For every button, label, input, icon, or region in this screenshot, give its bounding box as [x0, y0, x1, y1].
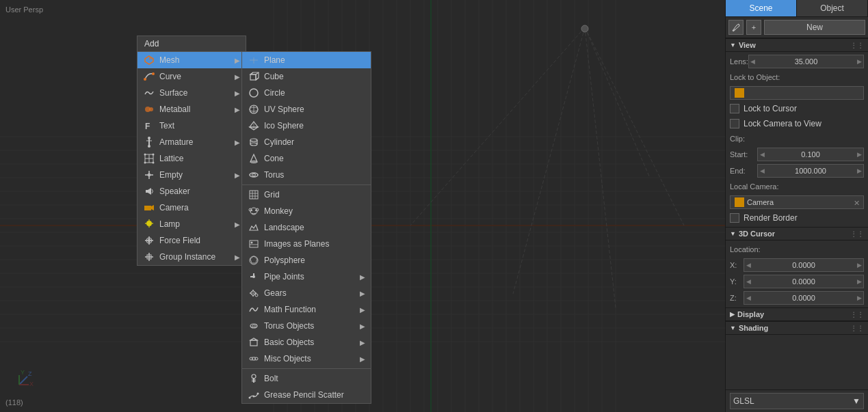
end-label: End: — [730, 167, 757, 175]
svg-point-132 — [252, 275, 255, 278]
submenu-item-landscape[interactable]: Landscape — [242, 219, 371, 236]
view-section-header[interactable]: ▼ View ⋮⋮ — [726, 38, 868, 52]
camera-field-value: Camera — [747, 198, 859, 206]
y-left-arrow[interactable]: ◀ — [744, 275, 752, 288]
start-left-arrow[interactable]: ◀ — [758, 148, 766, 161]
shading-section-header[interactable]: ▼ Shading ⋮⋮ — [726, 321, 868, 335]
submenu-item-monkey[interactable]: Monkey — [242, 203, 371, 219]
end-field[interactable]: ◀ 1000.000 ▶ — [757, 164, 864, 178]
plane-icon — [248, 54, 260, 66]
display-section-header[interactable]: ▶ Display ⋮⋮ — [726, 307, 868, 321]
x-right-arrow[interactable]: ▶ — [855, 259, 863, 271]
lock-camera-checkbox[interactable] — [730, 119, 739, 128]
end-right-arrow[interactable]: ▶ — [855, 165, 863, 177]
cursor-section-header[interactable]: ▼ 3D Cursor ⋮⋮ — [726, 227, 868, 241]
menu-item-camera[interactable]: Camera — [137, 200, 246, 216]
menu-item-forcefield-label: Force Field — [159, 236, 200, 245]
lens-field[interactable]: ◀ 35.000 ▶ — [748, 55, 864, 68]
submenu-item-images[interactable]: Images as Planes — [242, 236, 371, 252]
menu-item-metaball[interactable]: Metaball ▶ — [137, 101, 246, 118]
menu-item-lamp[interactable]: Lamp ▶ — [137, 216, 246, 232]
sep1 — [242, 184, 371, 185]
start-field[interactable]: ◀ 0.100 ▶ — [757, 148, 864, 161]
metaball-icon — [143, 103, 155, 115]
lock-cursor-checkbox[interactable] — [730, 104, 739, 113]
lock-object-field[interactable] — [730, 86, 864, 100]
display-title: Display — [737, 310, 764, 318]
lock-cursor-row[interactable]: Lock to Cursor — [726, 101, 868, 116]
svg-point-73 — [144, 162, 146, 164]
submenu-item-mathfunc[interactable]: Math Function ▶ — [242, 301, 371, 318]
menu-item-armature[interactable]: Armature ▶ — [137, 134, 246, 150]
tab-scene[interactable]: Scene — [726, 0, 797, 16]
y-right-arrow[interactable]: ▶ — [855, 275, 863, 288]
brush-button[interactable] — [728, 20, 744, 35]
z-right-arrow[interactable]: ▶ — [855, 292, 863, 304]
menu-item-speaker[interactable]: Speaker — [137, 183, 246, 200]
submenu-item-cube[interactable]: Cube — [242, 68, 371, 85]
submenu-item-pipejoints[interactable]: Pipe Joints ▶ — [242, 269, 371, 285]
submenu-item-bolt[interactable]: Bolt — [242, 370, 371, 387]
tab-object[interactable]: Object — [797, 0, 868, 16]
menu-item-surface[interactable]: Surface ▶ — [137, 85, 246, 101]
menu-item-lattice[interactable]: Lattice — [137, 150, 246, 167]
submenu-cube-label: Cube — [264, 72, 284, 81]
menu-item-mesh[interactable]: Mesh ▶ — [137, 52, 246, 68]
submenu-item-torusobjects[interactable]: Torus Objects ▶ — [242, 318, 371, 334]
x-left-arrow[interactable]: ◀ — [744, 259, 752, 271]
submenu-item-greasepencil[interactable]: Grease Pencil Scatter — [242, 387, 371, 403]
display-section: ▶ Display ⋮⋮ — [726, 307, 868, 321]
z-field[interactable]: ◀ 0.0000 ▶ — [744, 291, 864, 305]
y-field[interactable]: ◀ 0.0000 ▶ — [744, 275, 864, 288]
x-field[interactable]: ◀ 0.0000 ▶ — [744, 258, 864, 272]
start-right-arrow[interactable]: ▶ — [855, 148, 863, 161]
shading-dots: ⋮⋮ — [850, 325, 864, 332]
submenu-plane-label: Plane — [264, 55, 285, 65]
z-left-arrow[interactable]: ◀ — [744, 292, 752, 304]
submenu-mathfunc-label: Math Function — [264, 305, 316, 314]
lens-left-arrow[interactable]: ◀ — [749, 55, 757, 68]
svg-point-116 — [252, 174, 256, 176]
new-button[interactable]: New — [764, 20, 865, 35]
submenu-item-polysphere[interactable]: Polysphere — [242, 252, 371, 269]
submenu-item-circle[interactable]: Circle — [242, 85, 371, 101]
lock-camera-row[interactable]: Lock Camera to View — [726, 116, 868, 131]
submenu-item-grid[interactable]: Grid — [242, 187, 371, 203]
submenu-item-cylinder[interactable]: Cylinder — [242, 134, 371, 150]
menu-item-forcefield[interactable]: Force Field — [137, 232, 246, 249]
lens-right-arrow[interactable]: ▶ — [855, 55, 863, 68]
submenu-item-cone[interactable]: Cone — [242, 150, 371, 167]
gears-icon — [248, 287, 260, 299]
submenu-item-basicobjects[interactable]: Basic Objects ▶ — [242, 334, 371, 351]
render-border-checkbox[interactable] — [730, 213, 739, 223]
menu-item-group[interactable]: Group Instance ▶ — [137, 249, 246, 265]
misc-arrow: ▶ — [360, 355, 365, 363]
submenu-item-gears[interactable]: Gears ▶ — [242, 285, 371, 301]
submenu-monkey-label: Monkey — [264, 206, 293, 216]
add-menu: Add Mesh ▶ Curve ▶ Surfac — [137, 36, 246, 266]
metaball-arrow: ▶ — [228, 106, 240, 113]
camera-field[interactable]: Camera ✕ — [730, 195, 864, 209]
menu-item-empty[interactable]: Empty ▶ — [137, 167, 246, 183]
sep2 — [242, 368, 371, 369]
surface-arrow: ▶ — [228, 90, 240, 97]
plus-button[interactable]: + — [746, 20, 761, 35]
submenu-item-icosphere[interactable]: Ico Sphere — [242, 118, 371, 134]
camera-remove-btn[interactable]: ✕ — [851, 197, 862, 208]
local-camera-row: Local Camera: — [726, 179, 868, 194]
end-left-arrow[interactable]: ◀ — [758, 165, 766, 177]
svg-rect-146 — [252, 357, 255, 360]
menu-item-metaball-label: Metaball — [159, 105, 190, 114]
submenu-item-torus[interactable]: Torus — [242, 167, 371, 183]
submenu-item-uvsphere[interactable]: UV Sphere — [242, 101, 371, 118]
submenu-item-plane[interactable]: Plane — [242, 52, 371, 68]
submenu-item-miscobjects[interactable]: Misc Objects ▶ — [242, 351, 371, 367]
menu-item-camera-label: Camera — [159, 203, 189, 212]
menu-item-text[interactable]: F Text — [137, 118, 246, 134]
render-border-row[interactable]: Render Border — [726, 210, 868, 225]
glsl-dropdown[interactable]: GLSL ▼ — [730, 393, 864, 409]
empty-arrow: ▶ — [228, 171, 240, 179]
location-row: Location: — [726, 242, 868, 257]
landscape-icon — [248, 221, 260, 234]
menu-item-curve[interactable]: Curve ▶ — [137, 68, 246, 85]
